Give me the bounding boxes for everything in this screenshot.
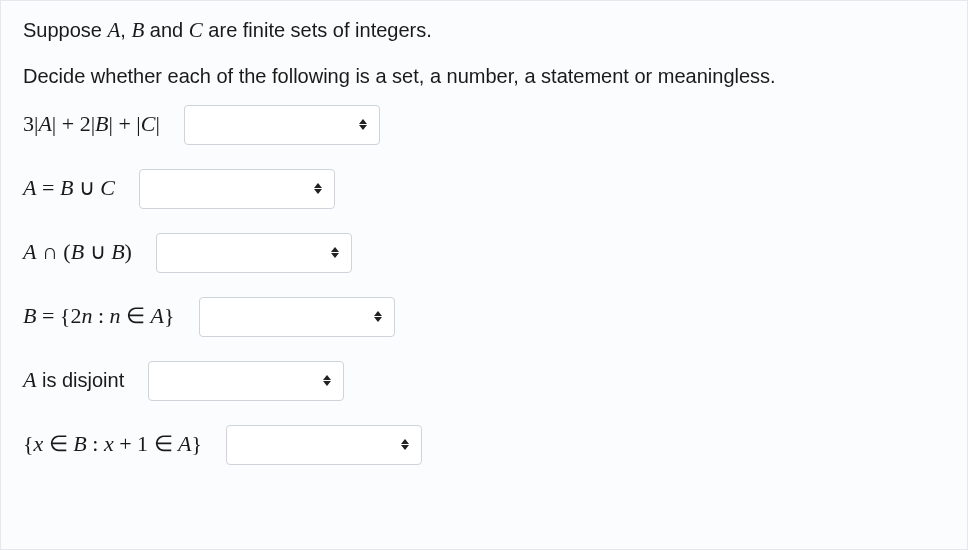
set-a: A — [108, 18, 121, 42]
text: , — [120, 19, 131, 41]
text: Suppose — [23, 19, 108, 41]
math-expression: {x ∈ B : x + 1 ∈ A} — [23, 429, 202, 460]
text: are finite sets of integers. — [203, 19, 432, 41]
answer-dropdown[interactable] — [184, 105, 380, 145]
answer-dropdown[interactable] — [148, 361, 344, 401]
math-expression: 3|A| + 2|B| + |C| — [23, 109, 160, 140]
math-expression: B = {2n : n ∈ A} — [23, 301, 175, 332]
question-rows: 3|A| + 2|B| + |C|A = B ∪ CA ∩ (B ∪ B)B =… — [23, 105, 945, 465]
question-row: A is disjoint — [23, 361, 945, 401]
math-expression: A ∩ (B ∪ B) — [23, 237, 132, 268]
answer-dropdown[interactable] — [139, 169, 335, 209]
text: and — [144, 19, 188, 41]
intro-line-1: Suppose A, B and C are finite sets of in… — [23, 15, 945, 47]
chevron-up-down-icon — [323, 375, 331, 386]
chevron-up-down-icon — [401, 439, 409, 450]
answer-dropdown[interactable] — [199, 297, 395, 337]
question-row: 3|A| + 2|B| + |C| — [23, 105, 945, 145]
intro-line-2: Decide whether each of the following is … — [23, 61, 945, 91]
question-row: B = {2n : n ∈ A} — [23, 297, 945, 337]
chevron-up-down-icon — [314, 183, 322, 194]
set-b: B — [131, 18, 144, 42]
question-row: A = B ∪ C — [23, 169, 945, 209]
question-container: Suppose A, B and C are finite sets of in… — [0, 0, 968, 550]
chevron-up-down-icon — [331, 247, 339, 258]
math-expression: A = B ∪ C — [23, 173, 115, 204]
answer-dropdown[interactable] — [156, 233, 352, 273]
chevron-up-down-icon — [359, 119, 367, 130]
set-c: C — [189, 18, 203, 42]
answer-dropdown[interactable] — [226, 425, 422, 465]
math-expression: A is disjoint — [23, 365, 124, 396]
chevron-up-down-icon — [374, 311, 382, 322]
question-row: A ∩ (B ∪ B) — [23, 233, 945, 273]
question-row: {x ∈ B : x + 1 ∈ A} — [23, 425, 945, 465]
